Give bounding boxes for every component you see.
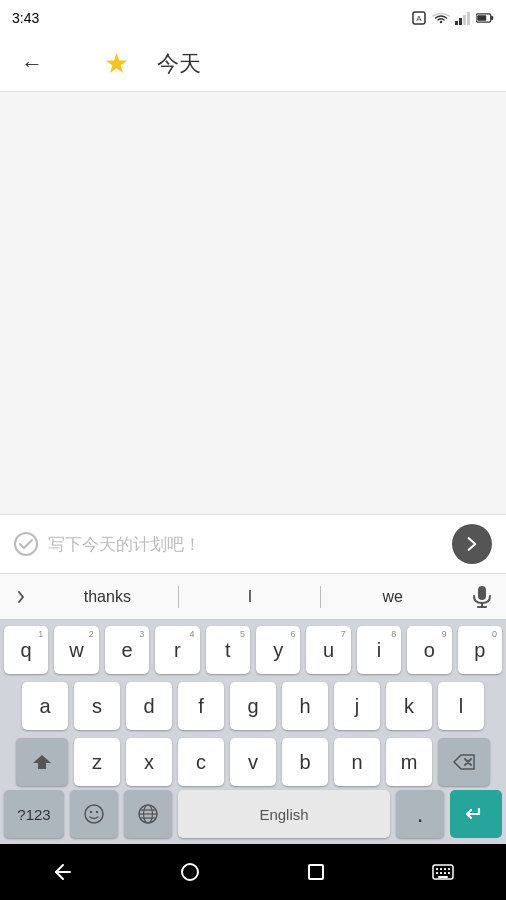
battery-icon	[476, 11, 494, 25]
key-r[interactable]: 4 r	[155, 626, 199, 674]
top-bar: ← ★ 今天	[0, 36, 506, 92]
svg-point-13	[90, 811, 92, 813]
key-w[interactable]: 2 w	[54, 626, 98, 674]
suggestion-we[interactable]: we	[321, 588, 464, 606]
key-z[interactable]: z	[74, 738, 120, 786]
a-icon: A	[410, 11, 428, 25]
svg-rect-32	[438, 876, 448, 878]
key-row-3: z x c v b n m	[4, 738, 502, 786]
suggestions-expand-icon[interactable]	[6, 582, 36, 612]
key-f[interactable]: f	[178, 682, 224, 730]
key-o[interactable]: 9 o	[407, 626, 451, 674]
input-placeholder[interactable]: 写下今天的计划吧！	[48, 533, 442, 556]
svg-rect-24	[436, 868, 438, 870]
status-icons: A	[410, 11, 494, 25]
num-key[interactable]: ?123	[4, 790, 64, 838]
space-key[interactable]: English	[178, 790, 390, 838]
key-q[interactable]: 1 q	[4, 626, 48, 674]
svg-rect-28	[436, 872, 438, 874]
key-d[interactable]: d	[126, 682, 172, 730]
backspace-key[interactable]	[438, 738, 490, 786]
star-icon[interactable]: ★	[104, 47, 129, 80]
nav-recent-icon[interactable]	[296, 852, 336, 892]
svg-point-14	[96, 811, 98, 813]
suggestions-row: thanks I we	[0, 574, 506, 620]
svg-rect-3	[459, 18, 462, 25]
key-g[interactable]: g	[230, 682, 276, 730]
key-x[interactable]: x	[126, 738, 172, 786]
key-s[interactable]: s	[74, 682, 120, 730]
emoji-key[interactable]	[70, 790, 118, 838]
svg-rect-8	[477, 15, 486, 21]
send-button[interactable]	[452, 524, 492, 564]
svg-rect-4	[463, 15, 466, 25]
svg-rect-5	[467, 12, 470, 25]
key-v[interactable]: v	[230, 738, 276, 786]
svg-rect-7	[491, 16, 493, 20]
nav-bar	[0, 844, 506, 900]
wifi-icon	[432, 11, 450, 25]
enter-key[interactable]	[450, 790, 502, 838]
svg-rect-2	[455, 21, 458, 25]
key-n[interactable]: n	[334, 738, 380, 786]
key-b[interactable]: b	[282, 738, 328, 786]
svg-rect-27	[448, 868, 450, 870]
key-h[interactable]: h	[282, 682, 328, 730]
key-k[interactable]: k	[386, 682, 432, 730]
svg-rect-22	[309, 865, 323, 879]
key-t[interactable]: 5 t	[206, 626, 250, 674]
key-row-1: 1 q 2 w 3 e 4 r 5 t 6 y	[4, 626, 502, 674]
suggestion-thanks[interactable]: thanks	[36, 588, 179, 606]
svg-rect-26	[444, 868, 446, 870]
shift-key[interactable]	[16, 738, 68, 786]
key-p[interactable]: 0 p	[458, 626, 502, 674]
mic-icon[interactable]	[464, 585, 500, 609]
status-bar: 3:43 A	[0, 0, 506, 36]
key-j[interactable]: j	[334, 682, 380, 730]
svg-rect-31	[448, 872, 450, 874]
suggestion-i[interactable]: I	[179, 588, 322, 606]
svg-text:A: A	[416, 14, 422, 23]
svg-point-21	[182, 864, 198, 880]
circle-check-icon[interactable]	[14, 532, 38, 556]
svg-rect-9	[478, 586, 486, 600]
content-area	[0, 92, 506, 514]
page-title: 今天	[157, 49, 201, 79]
keyboard: thanks I we 1 q 2 w 3	[0, 574, 506, 844]
suggestions-list: thanks I we	[36, 588, 464, 606]
svg-rect-25	[440, 868, 442, 870]
svg-point-12	[85, 805, 103, 823]
svg-rect-29	[440, 872, 442, 874]
back-button[interactable]: ←	[16, 51, 48, 77]
globe-key[interactable]	[124, 790, 172, 838]
period-key[interactable]: .	[396, 790, 444, 838]
key-rows: 1 q 2 w 3 e 4 r 5 t 6 y	[0, 620, 506, 790]
key-y[interactable]: 6 y	[256, 626, 300, 674]
input-row: 写下今天的计划吧！	[0, 514, 506, 574]
key-m[interactable]: m	[386, 738, 432, 786]
svg-rect-30	[444, 872, 446, 874]
key-row-bottom: ?123 English .	[0, 790, 506, 838]
key-i[interactable]: 8 i	[357, 626, 401, 674]
key-e[interactable]: 3 e	[105, 626, 149, 674]
nav-back-icon[interactable]	[43, 852, 83, 892]
status-time: 3:43	[12, 10, 39, 26]
nav-home-icon[interactable]	[170, 852, 210, 892]
key-a[interactable]: a	[22, 682, 68, 730]
nav-keyboard-icon[interactable]	[423, 852, 463, 892]
key-u[interactable]: 7 u	[306, 626, 350, 674]
signal-icon	[454, 11, 472, 25]
key-l[interactable]: l	[438, 682, 484, 730]
key-c[interactable]: c	[178, 738, 224, 786]
key-row-2: a s d f g h j k l	[4, 682, 502, 730]
